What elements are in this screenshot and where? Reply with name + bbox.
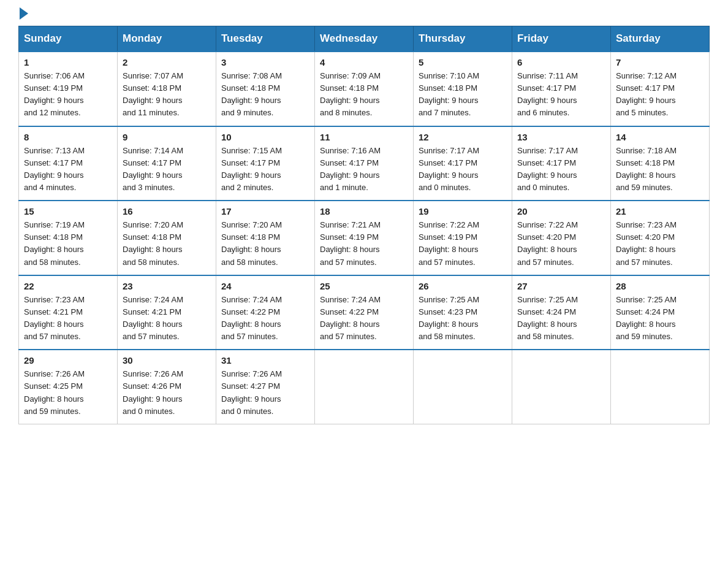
calendar-cell: 1Sunrise: 7:06 AMSunset: 4:19 PMDaylight…	[19, 52, 118, 126]
calendar-cell: 24Sunrise: 7:24 AMSunset: 4:22 PMDayligh…	[216, 275, 315, 350]
page-header	[18, 12, 710, 20]
day-number: 10	[221, 132, 309, 142]
day-info: Sunrise: 7:08 AMSunset: 4:18 PMDaylight:…	[221, 70, 309, 120]
day-info: Sunrise: 7:22 AMSunset: 4:20 PMDaylight:…	[517, 219, 605, 269]
day-info: Sunrise: 7:17 AMSunset: 4:17 PMDaylight:…	[419, 145, 507, 194]
calendar-cell: 13Sunrise: 7:17 AMSunset: 4:17 PMDayligh…	[512, 126, 611, 201]
calendar-cell: 25Sunrise: 7:24 AMSunset: 4:22 PMDayligh…	[315, 275, 414, 350]
header-tuesday: Tuesday	[216, 26, 315, 52]
day-number: 29	[24, 355, 112, 366]
day-number: 25	[320, 281, 408, 291]
calendar-cell	[512, 350, 611, 424]
calendar-cell: 15Sunrise: 7:19 AMSunset: 4:18 PMDayligh…	[19, 201, 118, 275]
day-number: 24	[221, 281, 309, 291]
calendar-cell	[315, 350, 414, 424]
calendar-table: SundayMondayTuesdayWednesdayThursdayFrid…	[18, 26, 710, 424]
day-info: Sunrise: 7:06 AMSunset: 4:19 PMDaylight:…	[24, 70, 112, 120]
day-number: 2	[123, 57, 211, 67]
calendar-cell: 27Sunrise: 7:25 AMSunset: 4:24 PMDayligh…	[512, 275, 611, 350]
day-info: Sunrise: 7:24 AMSunset: 4:22 PMDaylight:…	[221, 294, 309, 343]
day-number: 8	[24, 132, 112, 142]
day-number: 16	[123, 206, 211, 216]
calendar-cell: 5Sunrise: 7:10 AMSunset: 4:18 PMDaylight…	[414, 52, 512, 126]
calendar-cell: 23Sunrise: 7:24 AMSunset: 4:21 PMDayligh…	[118, 275, 216, 350]
day-number: 6	[517, 57, 605, 67]
calendar-cell: 8Sunrise: 7:13 AMSunset: 4:17 PMDaylight…	[19, 126, 118, 201]
calendar-cell: 14Sunrise: 7:18 AMSunset: 4:18 PMDayligh…	[611, 126, 710, 201]
calendar-cell: 12Sunrise: 7:17 AMSunset: 4:17 PMDayligh…	[414, 126, 512, 201]
calendar-cell: 28Sunrise: 7:25 AMSunset: 4:24 PMDayligh…	[611, 275, 710, 350]
day-info: Sunrise: 7:23 AMSunset: 4:21 PMDaylight:…	[24, 294, 112, 343]
day-info: Sunrise: 7:18 AMSunset: 4:18 PMDaylight:…	[616, 145, 704, 194]
calendar-week-row: 29Sunrise: 7:26 AMSunset: 4:25 PMDayligh…	[19, 350, 710, 424]
day-info: Sunrise: 7:19 AMSunset: 4:18 PMDaylight:…	[24, 219, 112, 269]
header-sunday: Sunday	[19, 26, 118, 52]
calendar-cell: 31Sunrise: 7:26 AMSunset: 4:27 PMDayligh…	[216, 350, 315, 424]
calendar-cell: 3Sunrise: 7:08 AMSunset: 4:18 PMDaylight…	[216, 52, 315, 126]
day-number: 13	[517, 132, 605, 142]
header-friday: Friday	[512, 26, 611, 52]
calendar-week-row: 8Sunrise: 7:13 AMSunset: 4:17 PMDaylight…	[19, 126, 710, 201]
day-number: 14	[616, 132, 704, 142]
calendar-cell: 4Sunrise: 7:09 AMSunset: 4:18 PMDaylight…	[315, 52, 414, 126]
day-number: 3	[221, 57, 309, 67]
header-monday: Monday	[118, 26, 216, 52]
day-number: 28	[616, 281, 704, 291]
day-number: 17	[221, 206, 309, 216]
day-number: 1	[24, 57, 112, 67]
calendar-cell: 26Sunrise: 7:25 AMSunset: 4:23 PMDayligh…	[414, 275, 512, 350]
calendar-week-row: 1Sunrise: 7:06 AMSunset: 4:19 PMDaylight…	[19, 52, 710, 126]
day-number: 9	[123, 132, 211, 142]
day-number: 5	[419, 57, 507, 67]
calendar-cell: 20Sunrise: 7:22 AMSunset: 4:20 PMDayligh…	[512, 201, 611, 275]
calendar-cell: 30Sunrise: 7:26 AMSunset: 4:26 PMDayligh…	[118, 350, 216, 424]
day-info: Sunrise: 7:25 AMSunset: 4:23 PMDaylight:…	[419, 294, 507, 343]
calendar-week-row: 22Sunrise: 7:23 AMSunset: 4:21 PMDayligh…	[19, 275, 710, 350]
calendar-cell: 16Sunrise: 7:20 AMSunset: 4:18 PMDayligh…	[118, 201, 216, 275]
day-number: 30	[123, 355, 211, 366]
day-info: Sunrise: 7:10 AMSunset: 4:18 PMDaylight:…	[419, 70, 507, 120]
day-number: 23	[123, 281, 211, 291]
calendar-cell: 9Sunrise: 7:14 AMSunset: 4:17 PMDaylight…	[118, 126, 216, 201]
day-info: Sunrise: 7:15 AMSunset: 4:17 PMDaylight:…	[221, 145, 309, 194]
day-info: Sunrise: 7:26 AMSunset: 4:27 PMDaylight:…	[221, 368, 309, 418]
day-number: 31	[221, 355, 309, 366]
day-info: Sunrise: 7:14 AMSunset: 4:17 PMDaylight:…	[123, 145, 211, 194]
day-info: Sunrise: 7:24 AMSunset: 4:21 PMDaylight:…	[123, 294, 211, 343]
day-number: 19	[419, 206, 507, 216]
header-thursday: Thursday	[414, 26, 512, 52]
calendar-cell: 10Sunrise: 7:15 AMSunset: 4:17 PMDayligh…	[216, 126, 315, 201]
calendar-cell: 17Sunrise: 7:20 AMSunset: 4:18 PMDayligh…	[216, 201, 315, 275]
calendar-header-row: SundayMondayTuesdayWednesdayThursdayFrid…	[19, 26, 710, 52]
day-info: Sunrise: 7:25 AMSunset: 4:24 PMDaylight:…	[616, 294, 704, 343]
day-number: 7	[616, 57, 704, 67]
calendar-cell	[414, 350, 512, 424]
day-info: Sunrise: 7:13 AMSunset: 4:17 PMDaylight:…	[24, 145, 112, 194]
day-info: Sunrise: 7:11 AMSunset: 4:17 PMDaylight:…	[517, 70, 605, 120]
day-number: 4	[320, 57, 408, 67]
calendar-cell: 21Sunrise: 7:23 AMSunset: 4:20 PMDayligh…	[611, 201, 710, 275]
calendar-cell: 7Sunrise: 7:12 AMSunset: 4:17 PMDaylight…	[611, 52, 710, 126]
calendar-cell	[611, 350, 710, 424]
day-info: Sunrise: 7:07 AMSunset: 4:18 PMDaylight:…	[123, 70, 211, 120]
day-info: Sunrise: 7:09 AMSunset: 4:18 PMDaylight:…	[320, 70, 408, 120]
day-info: Sunrise: 7:21 AMSunset: 4:19 PMDaylight:…	[320, 219, 408, 269]
day-info: Sunrise: 7:20 AMSunset: 4:18 PMDaylight:…	[221, 219, 309, 269]
calendar-cell: 2Sunrise: 7:07 AMSunset: 4:18 PMDaylight…	[118, 52, 216, 126]
day-info: Sunrise: 7:26 AMSunset: 4:26 PMDaylight:…	[123, 368, 211, 418]
day-info: Sunrise: 7:22 AMSunset: 4:19 PMDaylight:…	[419, 219, 507, 269]
calendar-cell: 18Sunrise: 7:21 AMSunset: 4:19 PMDayligh…	[315, 201, 414, 275]
day-info: Sunrise: 7:20 AMSunset: 4:18 PMDaylight:…	[123, 219, 211, 269]
day-info: Sunrise: 7:25 AMSunset: 4:24 PMDaylight:…	[517, 294, 605, 343]
day-info: Sunrise: 7:12 AMSunset: 4:17 PMDaylight:…	[616, 70, 704, 120]
day-number: 20	[517, 206, 605, 216]
day-number: 27	[517, 281, 605, 291]
day-number: 15	[24, 206, 112, 216]
day-info: Sunrise: 7:17 AMSunset: 4:17 PMDaylight:…	[517, 145, 605, 194]
day-info: Sunrise: 7:24 AMSunset: 4:22 PMDaylight:…	[320, 294, 408, 343]
logo	[18, 12, 44, 20]
day-info: Sunrise: 7:26 AMSunset: 4:25 PMDaylight:…	[24, 368, 112, 418]
logo-arrow-icon	[20, 7, 28, 20]
calendar-cell: 11Sunrise: 7:16 AMSunset: 4:17 PMDayligh…	[315, 126, 414, 201]
day-number: 18	[320, 206, 408, 216]
